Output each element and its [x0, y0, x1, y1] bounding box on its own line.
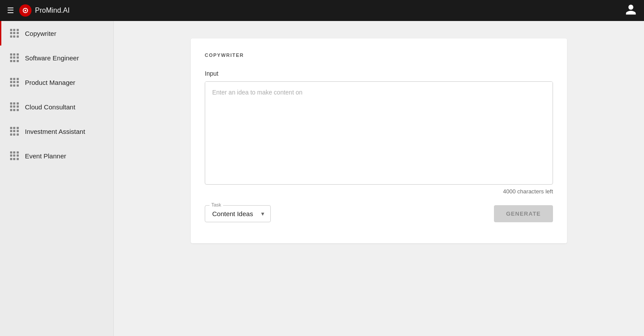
- card-title: COPYWRITER: [205, 52, 553, 58]
- grid-icon-product-manager: [10, 78, 19, 87]
- topnav: ☰ ProMind.AI: [0, 0, 644, 21]
- sidebar-item-label-copywriter: Copywriter: [25, 30, 56, 37]
- sidebar-item-label-product-manager: Product Manager: [25, 79, 75, 86]
- sidebar-item-copywriter[interactable]: Copywriter: [0, 21, 113, 46]
- task-select-value: Content Ideas: [212, 210, 253, 217]
- hamburger-icon[interactable]: ☰: [7, 6, 14, 15]
- idea-input[interactable]: [205, 82, 553, 182]
- sidebar-item-event-planner[interactable]: Event Planner: [0, 144, 113, 168]
- topnav-left: ☰ ProMind.AI: [7, 4, 70, 17]
- main-layout: Copywriter Software Engineer Product Man…: [0, 21, 644, 336]
- sidebar-item-investment-assistant[interactable]: Investment Assistant: [0, 119, 113, 144]
- svg-point-1: [24, 10, 26, 11]
- task-select-wrapper[interactable]: Task Content Ideas ▼: [205, 205, 271, 222]
- copywriter-card: COPYWRITER Input 4000 characters left Ta…: [191, 38, 567, 243]
- sidebar-item-label-cloud-consultant: Cloud Consultant: [25, 103, 75, 111]
- account-button[interactable]: [625, 4, 637, 18]
- grid-icon-cloud-consultant: [10, 102, 19, 111]
- grid-icon-investment-assistant: [10, 127, 19, 136]
- grid-icon-software-engineer: [10, 53, 19, 62]
- grid-icon-event-planner: [10, 151, 19, 160]
- char-count: 4000 characters left: [205, 188, 553, 195]
- sidebar-item-cloud-consultant[interactable]: Cloud Consultant: [0, 94, 113, 119]
- sidebar-item-label-software-engineer: Software Engineer: [25, 54, 79, 62]
- logo-container: ProMind.AI: [19, 4, 70, 17]
- sidebar-item-product-manager[interactable]: Product Manager: [0, 70, 113, 94]
- sidebar-item-label-event-planner: Event Planner: [25, 152, 66, 160]
- textarea-wrapper: [205, 81, 553, 185]
- input-label: Input: [205, 70, 553, 77]
- chevron-down-icon: ▼: [260, 211, 266, 217]
- sidebar: Copywriter Software Engineer Product Man…: [0, 21, 114, 336]
- sidebar-item-software-engineer[interactable]: Software Engineer: [0, 46, 113, 70]
- task-row: Task Content Ideas ▼ GENERATE: [205, 205, 553, 222]
- content-area: COPYWRITER Input 4000 characters left Ta…: [114, 21, 644, 336]
- generate-button[interactable]: GENERATE: [494, 205, 553, 222]
- task-label: Task: [210, 202, 223, 207]
- sidebar-item-label-investment-assistant: Investment Assistant: [25, 128, 85, 135]
- logo-text: ProMind.AI: [35, 7, 70, 14]
- logo-icon: [19, 4, 32, 17]
- grid-icon-copywriter: [10, 29, 19, 38]
